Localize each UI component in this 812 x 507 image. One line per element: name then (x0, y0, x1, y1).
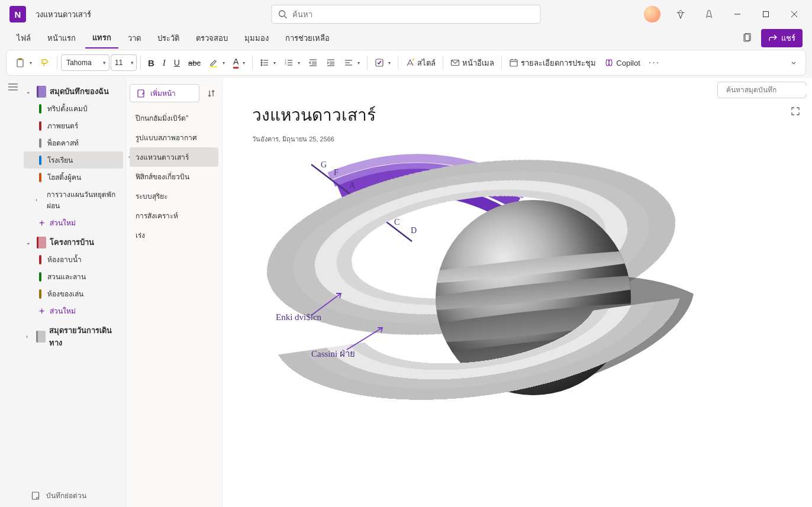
note-icon (31, 491, 40, 500)
svg-text:2: 2 (285, 62, 286, 65)
page-item-weather[interactable]: รูปแบบสภาพอากาศ (130, 128, 218, 147)
notebook-header-my[interactable]: ⌄ สมุดบันทึกของฉัน (24, 83, 123, 100)
svg-point-12 (261, 62, 262, 63)
menu-review[interactable]: ตรวจสอบ (189, 28, 235, 48)
svg-rect-3 (763, 12, 769, 17)
fullscreen-button[interactable] (787, 103, 804, 120)
copilot-icon (604, 58, 614, 67)
page-canvas[interactable]: วงแหวนดาวเสาร์ วันอังคาร, มิถุนายน 25, 2… (223, 78, 812, 507)
section-item-camping[interactable]: ทริปตั้งแคมป์ (24, 100, 123, 117)
svg-rect-35 (510, 60, 517, 66)
font-family-select[interactable]: Tahoma (61, 54, 109, 71)
section-item-garden[interactable]: สวนและลาน (24, 268, 123, 285)
page-item-flight-physics[interactable]: ฟิสิกส์ของเกี่ยวบิน (130, 167, 218, 186)
todo-tag-button[interactable] (371, 53, 394, 72)
notebook-icon (37, 86, 46, 98)
align-button[interactable] (340, 53, 363, 72)
menu-insert[interactable]: แทรก (85, 28, 118, 49)
strikethrough-button[interactable]: abc (185, 53, 204, 72)
email-page-button[interactable]: หน้าอีเมล (447, 53, 498, 72)
add-section-button-2[interactable]: +ส่วนใหม่ (24, 302, 123, 319)
svg-line-1 (285, 16, 287, 18)
format-painter-button[interactable] (37, 53, 53, 72)
page-item-synthesis[interactable]: การสังเคราะห์ (130, 206, 218, 225)
notebook-search-input[interactable] (726, 86, 812, 94)
add-page-icon (136, 89, 146, 98)
styles-icon (405, 58, 415, 67)
ribbon-expand-button[interactable] (787, 59, 801, 66)
font-size-select[interactable]: 11 (111, 54, 137, 71)
notebook-search[interactable] (717, 82, 806, 98)
notebook-header-travel[interactable]: › สมุดรายวันการเดินทาง (24, 322, 123, 351)
outdent-button[interactable] (305, 53, 321, 72)
number-list-button[interactable]: 12 (281, 53, 304, 72)
page-item-acceleration[interactable]: เร่ง (130, 225, 218, 245)
highlight-button[interactable] (205, 53, 228, 72)
svg-point-11 (261, 60, 262, 61)
font-color-button[interactable]: A (230, 53, 249, 72)
bold-button[interactable]: B (144, 53, 158, 72)
nav-toggle-button[interactable] (0, 78, 24, 507)
svg-rect-8 (17, 59, 23, 67)
notebook-icon (37, 237, 46, 248)
svg-rect-42 (33, 492, 39, 499)
calendar-icon (509, 58, 518, 67)
search-icon (278, 9, 288, 19)
ring-label-g: G (321, 160, 327, 170)
italic-button[interactable]: I (159, 53, 169, 72)
section-item-bathroom[interactable]: ห้องอาบน้ำ (24, 251, 123, 268)
quick-notes-button[interactable]: บันทึกย่อด่วน (24, 484, 123, 507)
sort-pages-button[interactable] (204, 86, 218, 101)
add-page-button[interactable]: เพิ่มหน้า (130, 84, 199, 102)
section-item-playroom[interactable]: ห้องของเล่น (24, 285, 123, 302)
annotation-cassini: Cassini ฝ่าย (311, 347, 355, 361)
page-item-saturn-rings[interactable]: ›วงแหวนดาวเสาร์ (130, 147, 218, 167)
pages-panel: เพิ่มหน้า ปีกนกฮัมมิ่งเบิร์ด" รูปแบบสภาพ… (125, 78, 223, 507)
menu-draw[interactable]: วาด (121, 28, 148, 48)
section-item-hosting[interactable]: โฮสติ้งผู้คน (24, 169, 123, 186)
page-title[interactable]: วงแหวนดาวเสาร์ (252, 102, 782, 128)
search-input[interactable] (292, 10, 534, 19)
app-icon: N (9, 6, 26, 22)
page-item-solar-system[interactable]: ระบบสุริยะ (130, 186, 218, 206)
menu-help[interactable]: การช่วยเหลือ (278, 28, 337, 48)
minimize-button[interactable] (724, 2, 750, 26)
menu-view[interactable]: มุมมอง (237, 28, 276, 48)
annotation-enki: Enki dvi$lcn (276, 312, 321, 322)
global-search[interactable] (272, 5, 541, 24)
menu-bar: ไฟล์ หน้าแรก แทรก วาด ประวัติ ตรวจสอบ มุ… (0, 28, 812, 47)
ribbon-toolbar: Tahoma 11 B I U abc A 12 สไตล์ หน้าอีเมล… (6, 50, 806, 76)
window-title: วงแหวนดาวเสาร์ (36, 8, 91, 21)
maximize-button[interactable] (753, 2, 779, 26)
menu-home[interactable]: หน้าแรก (40, 28, 83, 48)
svg-rect-10 (210, 66, 217, 67)
section-item-movies[interactable]: ภาพยนตร์ (24, 117, 123, 134)
add-section-button-1[interactable]: +ส่วนใหม่ (24, 214, 123, 231)
premium-icon[interactable] (668, 2, 694, 26)
notebook-header-home[interactable]: ⌄ โครงการบ้าน (24, 234, 123, 251)
paste-button[interactable] (11, 53, 36, 72)
coming-soon-icon[interactable] (696, 2, 722, 26)
page-item-hummingbird[interactable]: ปีกนกฮัมมิ่งเบิร์ด" (130, 108, 218, 128)
styles-button[interactable]: สไตล์ (402, 53, 439, 72)
notebook-icon (36, 331, 45, 343)
section-item-podcasts[interactable]: พ็อดคาสท์ (24, 134, 123, 151)
editing-mode-button[interactable] (737, 30, 756, 46)
more-commands-button[interactable]: ··· (645, 53, 663, 72)
user-avatar[interactable] (644, 6, 660, 22)
notebook-sidebar: ⌄ สมุดบันทึกของฉัน ทริปตั้งแคมป์ ภาพยนตร… (24, 78, 125, 507)
meeting-details-button[interactable]: รายละเอียดการประชุม (505, 53, 600, 72)
share-button[interactable]: แชร์ (761, 29, 803, 47)
menu-file[interactable]: ไฟล์ (9, 28, 38, 48)
svg-rect-9 (18, 59, 22, 60)
indent-button[interactable] (323, 53, 339, 72)
svg-point-0 (279, 11, 285, 17)
menu-history[interactable]: ประวัติ (150, 28, 186, 48)
section-group-vacation[interactable]: ›การวางแผนวันหยุดพักผ่อน (24, 186, 123, 214)
section-item-school[interactable]: โรงเรียน (24, 151, 123, 169)
underline-button[interactable]: U (170, 53, 183, 72)
copilot-button[interactable]: Copilot (601, 53, 643, 72)
close-button[interactable] (781, 2, 807, 26)
bullet-list-button[interactable] (256, 53, 279, 72)
saturn-illustration: G F A B C D Enki dvi$lcn Cassini ฝ่าย (252, 159, 714, 443)
